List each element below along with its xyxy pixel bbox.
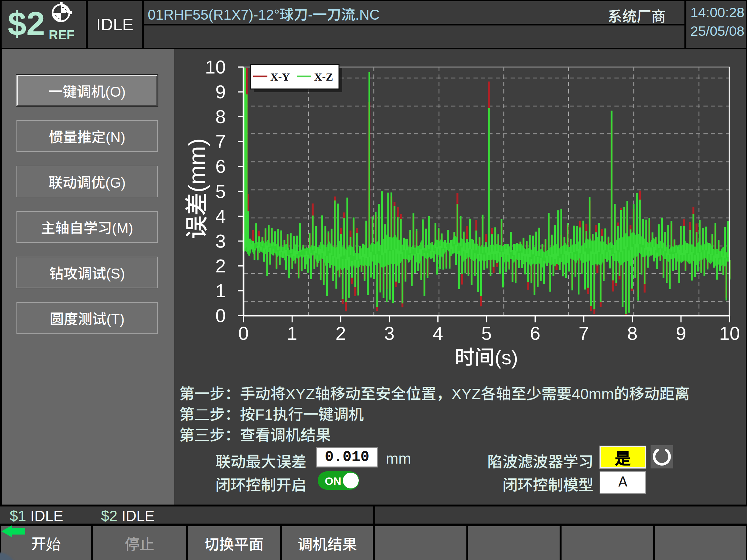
svg-text:0: 0 (215, 305, 226, 326)
svg-text:8: 8 (627, 323, 637, 344)
svg-text:误差(mm): 误差(mm) (184, 138, 210, 239)
svg-text:1: 1 (287, 323, 298, 344)
svg-text:9: 9 (215, 81, 226, 102)
svg-text:时间(s): 时间(s) (455, 346, 518, 369)
svg-text:6: 6 (530, 323, 540, 344)
svg-text:1: 1 (215, 280, 226, 301)
svg-text:9: 9 (676, 323, 686, 344)
svg-text:0: 0 (238, 323, 249, 344)
svg-text:6: 6 (215, 156, 226, 177)
svg-text:7: 7 (215, 131, 226, 152)
svg-text:10: 10 (205, 56, 226, 77)
svg-text:2: 2 (215, 255, 226, 276)
svg-text:3: 3 (384, 323, 394, 344)
svg-text:5: 5 (481, 323, 492, 344)
svg-text:X-Y: X-Y (270, 71, 290, 83)
svg-text:8: 8 (215, 106, 226, 127)
svg-text:5: 5 (215, 181, 226, 202)
svg-text:7: 7 (578, 323, 589, 344)
svg-text:4: 4 (433, 323, 443, 344)
svg-text:X-Z: X-Z (314, 71, 333, 83)
svg-text:3: 3 (215, 231, 226, 251)
svg-text:10: 10 (719, 323, 740, 344)
svg-text:2: 2 (335, 323, 346, 344)
svg-text:4: 4 (215, 206, 226, 226)
